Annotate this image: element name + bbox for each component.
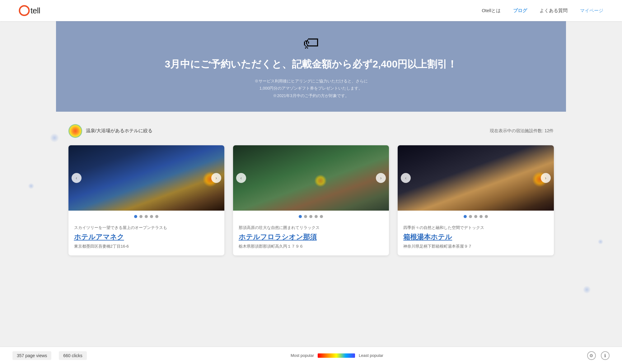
hotel-info-1: スカイツリーを一望できる屋上のオープンテラスも ホテルアマネク 東京都墨田区吾妻… (68, 221, 224, 255)
hotel-image-1: ‹ › (68, 145, 224, 211)
hotel-tagline-3: 四季折々の自然と融和した空間でデトックス (403, 225, 548, 231)
dot-indicators-3 (398, 211, 554, 221)
hotel-info-2: 那須高原の壮大な自然に囲まれてリラックス ホテルフロラシオン那須 栃木県那須郡那… (233, 221, 389, 255)
clicks-stat: 660 clicks (59, 351, 87, 360)
dot-2-1[interactable] (299, 215, 302, 218)
hotel-prev-btn-1[interactable]: ‹ (72, 173, 82, 183)
banner-sub: ※サービス利用後にヒアリングにご協力いただけると、さらに 1,000円分のアマゾ… (62, 77, 560, 99)
logo-icon (19, 5, 30, 16)
hotel-grid: ‹ › スカイツリーを一望できる屋上のオープンテラスも ホテルアマネク 東京都墨… (68, 145, 554, 255)
dot-1-5[interactable] (155, 215, 158, 218)
heatmap-legend: Most popular Least popular (291, 353, 383, 358)
dot-2-3[interactable] (309, 215, 312, 218)
dot-3-3[interactable] (474, 215, 477, 218)
filter-left: 温泉/大浴場があるホテルに絞る (68, 124, 152, 138)
dot-3-4[interactable] (479, 215, 483, 218)
page-views-stat: 357 page views (12, 351, 51, 360)
hotel-next-btn-1[interactable]: › (211, 173, 221, 183)
hotel-card-1: ‹ › スカイツリーを一望できる屋上のオープンテラスも ホテルアマネク 東京都墨… (68, 145, 224, 255)
hotel-card-2: ‹ › 那須高原の壮大な自然に囲まれてリラックス ホテルフロラシオン那須 栃木県… (233, 145, 389, 255)
page-wrapper: 🏷 3月中にご予約いただくと、記載金額から必ず2,400円以上割引！ ※サービス… (0, 21, 622, 364)
banner-sub-line3: ※2021年3月中のご予約の方が対象です。 (62, 92, 560, 99)
filter-bar: 温泉/大浴場があるホテルに絞る 現在表示中の宿泊施設件数: 12件 (68, 124, 554, 138)
dot-1-1[interactable] (134, 215, 137, 218)
dot-3-5[interactable] (485, 215, 488, 218)
bg-dot (28, 183, 34, 189)
banner-icon: 🏷 (62, 34, 560, 52)
legend-gradient (318, 353, 355, 358)
promo-banner: 🏷 3月中にご予約いただくと、記載金額から必ず2,400円以上割引！ ※サービス… (56, 21, 566, 112)
main-content: 温泉/大浴場があるホテルに絞る 現在表示中の宿泊施設件数: 12件 ‹ › (56, 124, 566, 255)
dot-2-5[interactable] (320, 215, 323, 218)
filter-count: 現在表示中の宿泊施設件数: 12件 (490, 128, 554, 134)
hotel-image-3: ‹ › (398, 145, 554, 211)
dot-1-4[interactable] (150, 215, 153, 218)
bottom-icons: ⚙ ℹ (587, 351, 610, 360)
hotel-card-3: ‹ › 四季折々の自然と融和した空間でデトックス 箱根湯本ホテル 神奈川県足柄下… (398, 145, 554, 255)
dot-indicators-1 (68, 211, 224, 221)
nav-mypage[interactable]: マイページ (580, 8, 603, 14)
filter-heatspot[interactable] (68, 124, 82, 138)
banner-title: 3月中にご予約いただくと、記載金額から必ず2,400円以上割引！ (62, 57, 560, 71)
hotel-info-3: 四季折々の自然と融和した空間でデトックス 箱根湯本ホテル 神奈川県足柄下郡箱根町… (398, 221, 554, 255)
least-popular-label: Least popular (359, 353, 383, 358)
nav-faq[interactable]: よくある質問 (540, 8, 568, 14)
dot-3-1[interactable] (464, 215, 467, 218)
dot-2-2[interactable] (304, 215, 307, 218)
hotel-image-2: ‹ › (233, 145, 389, 211)
bg-dot (583, 286, 591, 294)
dot-3-2[interactable] (469, 215, 472, 218)
logo[interactable]: tell (19, 5, 40, 16)
banner-sub-line1: ※サービス利用後にヒアリングにご協力いただけると、さらに (62, 77, 560, 85)
nav-blog[interactable]: ブログ (513, 8, 527, 14)
hotel-name-3[interactable]: 箱根湯本ホテル (403, 232, 548, 242)
hotel-prev-btn-2[interactable]: ‹ (236, 173, 246, 183)
hotel-address-1: 東京都墨田区吾妻橋2丁目16-6 (74, 244, 219, 249)
banner-sub-line2: 1,000円分のアマゾンギフト券をプレゼントいたします。 (62, 85, 560, 92)
logo-text: tell (30, 6, 40, 16)
hotel-prev-btn-3[interactable]: ‹ (401, 173, 411, 183)
hotel-next-btn-2[interactable]: › (376, 173, 386, 183)
hotel-address-2: 栃木県那須郡那須町高久丙１７９６ (239, 244, 383, 249)
bg-dot (598, 239, 603, 245)
dot-1-2[interactable] (139, 215, 143, 218)
info-icon[interactable]: ℹ (601, 351, 610, 360)
hotel-address-3: 神奈川県足柄下郡箱根町湯本茶屋９７ (403, 244, 548, 249)
bottom-stats: 357 page views 660 clicks (12, 351, 87, 360)
settings-icon[interactable]: ⚙ (587, 351, 596, 360)
hotel-name-1[interactable]: ホテルアマネク (74, 232, 219, 242)
svg-point-0 (20, 6, 29, 16)
bottom-bar: 357 page views 660 clicks Most popular L… (0, 347, 622, 364)
nav-about[interactable]: Otellとは (482, 8, 501, 14)
dot-1-3[interactable] (145, 215, 148, 218)
main-nav: Otellとは ブログ よくある質問 マイページ (482, 8, 603, 14)
header: tell Otellとは ブログ よくある質問 マイページ (0, 0, 622, 21)
hotel-next-btn-3[interactable]: › (541, 173, 551, 183)
hotel-tagline-2: 那須高原の壮大な自然に囲まれてリラックス (239, 225, 383, 231)
dot-2-4[interactable] (315, 215, 318, 218)
hotel-name-2[interactable]: ホテルフロラシオン那須 (239, 232, 383, 242)
filter-label[interactable]: 温泉/大浴場があるホテルに絞る (86, 128, 152, 134)
most-popular-label: Most popular (291, 353, 314, 358)
hotel-tagline-1: スカイツリーを一望できる屋上のオープンテラスも (74, 225, 219, 231)
dot-indicators-2 (233, 211, 389, 221)
